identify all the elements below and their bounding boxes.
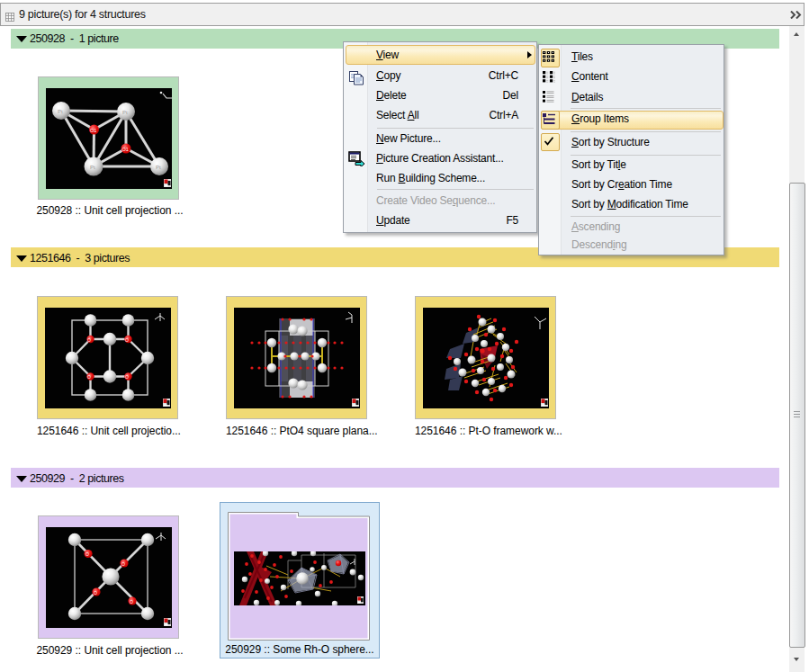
svg-text:O1: O1 <box>122 147 129 152</box>
svg-text:O: O <box>85 551 89 557</box>
svg-text:O: O <box>125 337 129 343</box>
svg-text:O: O <box>87 337 91 343</box>
svg-text:O: O <box>121 561 125 567</box>
svg-text:O: O <box>94 590 97 596</box>
svg-text:O: O <box>125 374 129 380</box>
svg-text:Pt: Pt <box>58 109 63 114</box>
svg-text:Pt: Pt <box>90 165 95 170</box>
svg-text:O: O <box>87 374 91 380</box>
svg-text:O1: O1 <box>90 128 96 133</box>
svg-text:O: O <box>130 599 133 605</box>
svg-text:Pt: Pt <box>156 165 161 170</box>
svg-text:Pt: Pt <box>122 110 128 115</box>
